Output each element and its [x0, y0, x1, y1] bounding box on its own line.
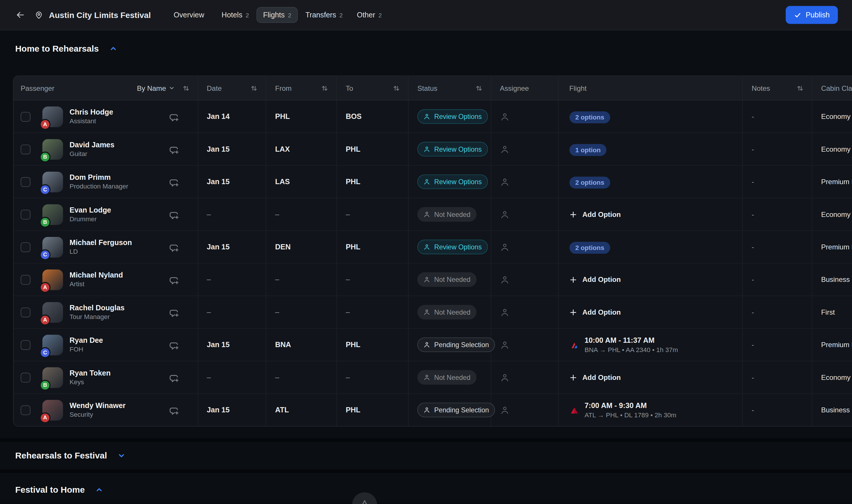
- row-checkbox[interactable]: [21, 144, 31, 154]
- date-cell: Jan 15: [198, 166, 267, 198]
- add-option-button[interactable]: Add Option: [569, 210, 621, 218]
- tab-label: Transfers: [305, 11, 336, 19]
- section-header[interactable]: Festival to Home: [15, 485, 837, 495]
- flight-options-pill[interactable]: 1 option: [569, 144, 607, 156]
- assignee-cell: [491, 329, 559, 361]
- assignee-icon[interactable]: [500, 209, 510, 219]
- row-checkbox[interactable]: [21, 405, 31, 415]
- sort-mode-dropdown[interactable]: By Name: [137, 84, 174, 92]
- header-passenger: Passenger By Name: [14, 76, 198, 100]
- add-comment-icon[interactable]: [168, 339, 179, 350]
- status-badge[interactable]: Not Needed: [417, 207, 476, 222]
- status-label: Not Needed: [434, 276, 470, 283]
- status-badge[interactable]: Pending Selection: [417, 338, 495, 352]
- sort-icon[interactable]: [182, 84, 190, 92]
- tab-hotels[interactable]: Hotels2: [215, 7, 255, 23]
- row-checkbox[interactable]: [21, 307, 31, 317]
- tab-flights[interactable]: Flights2: [257, 7, 298, 23]
- sort-icon[interactable]: [321, 84, 329, 92]
- flight-cell: 10:00 AM - 11:37 AM BNA → PHL • AA 2340 …: [559, 329, 743, 361]
- person-icon: [423, 178, 430, 185]
- add-option-button[interactable]: Add Option: [569, 308, 621, 316]
- row-checkbox[interactable]: [21, 275, 31, 285]
- cabin-cell: Premium Economy: [813, 329, 852, 361]
- flight-options: 2 options: [569, 242, 610, 252]
- assignee-icon[interactable]: [500, 112, 510, 122]
- flight-detail[interactable]: 7:00 AM - 9:30 AM ATL → PHL • DL 1789 • …: [569, 401, 676, 419]
- status-label: Review Options: [434, 178, 482, 185]
- assignee-icon[interactable]: [500, 242, 510, 252]
- sort-icon[interactable]: [796, 84, 804, 92]
- notes-cell: -: [743, 296, 813, 328]
- status-badge[interactable]: Review Options: [417, 239, 488, 254]
- row-checkbox[interactable]: [21, 112, 31, 122]
- status-label: Not Needed: [434, 211, 470, 218]
- to-cell: PHL: [337, 329, 409, 361]
- avatar: B: [42, 204, 63, 225]
- add-comment-icon[interactable]: [168, 404, 179, 415]
- sort-icon[interactable]: [392, 84, 400, 92]
- row-checkbox[interactable]: [21, 372, 31, 382]
- status-badge[interactable]: Not Needed: [417, 370, 476, 385]
- row-checkbox[interactable]: [21, 340, 31, 350]
- status-badge[interactable]: Review Options: [417, 109, 488, 124]
- assignee-icon[interactable]: [500, 405, 510, 415]
- row-checkbox[interactable]: [21, 209, 31, 219]
- section-chevron-icon[interactable]: [118, 452, 125, 459]
- table-row: A Chris Hodge Assistant Jan 14 PHL BOS R…: [14, 101, 852, 133]
- flight-cell: 7:00 AM - 9:30 AM ATL → PHL • DL 1789 • …: [559, 394, 743, 426]
- add-comment-icon[interactable]: [168, 307, 179, 318]
- tab-other[interactable]: Other2: [350, 7, 388, 23]
- add-comment-icon[interactable]: [168, 176, 179, 187]
- flight-route: BNA → PHL • AA 2340 • 1h 37m: [585, 346, 678, 354]
- tab-overview[interactable]: Overview: [167, 7, 214, 23]
- passenger-cell: B Ryan Token Keys: [14, 361, 198, 394]
- flight-detail[interactable]: 10:00 AM - 11:37 AM BNA → PHL • AA 2340 …: [569, 336, 678, 354]
- flight-options: 2 options: [569, 177, 610, 187]
- sort-icon[interactable]: [250, 84, 258, 92]
- sort-icon[interactable]: [475, 84, 483, 92]
- status-badge[interactable]: Pending Selection: [417, 402, 495, 417]
- add-comment-icon[interactable]: [168, 144, 179, 155]
- add-comment-icon[interactable]: [168, 209, 179, 219]
- status-badge[interactable]: Not Needed: [417, 272, 476, 287]
- flight-options-pill[interactable]: 2 options: [569, 111, 610, 123]
- tab-transfers[interactable]: Transfers2: [299, 7, 349, 23]
- from-cell: –: [267, 361, 337, 394]
- publish-button[interactable]: Publish: [785, 6, 838, 24]
- status-badge[interactable]: Review Options: [417, 142, 488, 157]
- flight-options-pill[interactable]: 2 options: [569, 241, 610, 253]
- assignee-icon[interactable]: [500, 340, 510, 350]
- row-checkbox[interactable]: [21, 242, 31, 252]
- assignee-icon[interactable]: [500, 307, 510, 317]
- passenger-info: Chris Hodge Assistant: [70, 108, 113, 125]
- section-header[interactable]: Home to Rehearsals: [0, 31, 852, 71]
- flight-detail-text: 7:00 AM - 9:30 AM ATL → PHL • DL 1789 • …: [585, 401, 676, 419]
- assignee-icon[interactable]: [500, 177, 510, 187]
- add-option-button[interactable]: Add Option: [569, 373, 621, 381]
- notes-cell: -: [743, 231, 813, 263]
- status-badge[interactable]: Review Options: [417, 174, 488, 189]
- add-comment-icon[interactable]: [168, 111, 179, 122]
- section-header[interactable]: Rehearsals to Festival: [15, 450, 837, 461]
- tab-count: 2: [246, 12, 249, 18]
- assignee-icon[interactable]: [500, 275, 510, 285]
- section-chevron-icon[interactable]: [110, 45, 116, 52]
- cabin-cell: Economy: [813, 361, 852, 394]
- passenger-name: Rachel Douglas: [70, 304, 125, 312]
- status-badge[interactable]: Not Needed: [417, 305, 476, 320]
- assignee-icon[interactable]: [500, 144, 510, 154]
- chevron-down-icon: [169, 85, 174, 91]
- back-button[interactable]: [15, 10, 25, 20]
- status-label: Review Options: [434, 145, 482, 153]
- section-chevron-icon[interactable]: [96, 486, 103, 493]
- row-checkbox[interactable]: [21, 177, 31, 187]
- add-comment-icon[interactable]: [168, 274, 179, 285]
- add-option-button[interactable]: Add Option: [569, 275, 621, 284]
- passenger-role: Tour Manager: [70, 313, 125, 321]
- assignee-icon[interactable]: [500, 372, 510, 382]
- flight-options-pill[interactable]: 2 options: [569, 176, 610, 188]
- add-comment-icon[interactable]: [168, 372, 179, 383]
- date-cell: Jan 15: [198, 231, 267, 263]
- add-comment-icon[interactable]: [168, 241, 179, 252]
